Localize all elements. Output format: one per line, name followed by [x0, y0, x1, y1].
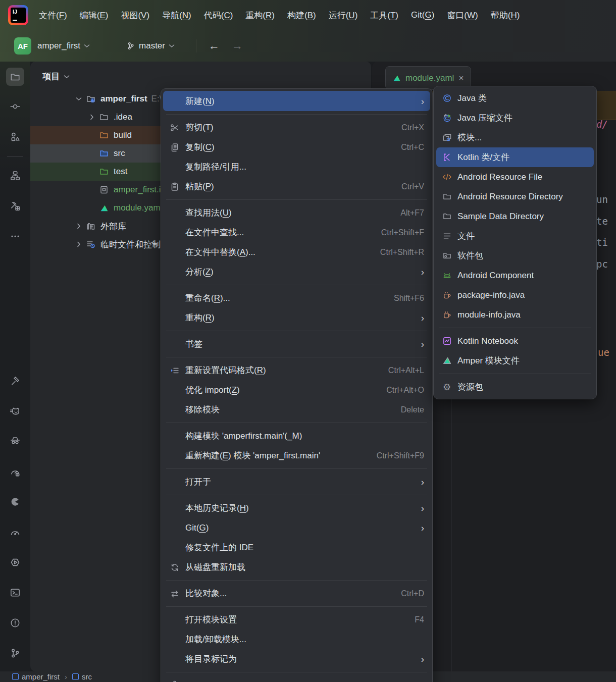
- services-button[interactable]: [6, 553, 24, 571]
- menu-code[interactable]: 代码(C): [203, 8, 234, 23]
- menu-item-compare-with[interactable]: 比较对象...Ctrl+D: [161, 584, 432, 603]
- submenu-item-package-info[interactable]: package-info.java: [434, 285, 596, 305]
- window-chrome: IJ 文件(F) 编辑(E) 视图(V) 导航(N) 代码(C) 重构(R) 构…: [0, 0, 616, 62]
- incognito-button[interactable]: [6, 432, 24, 450]
- menu-window[interactable]: 窗口(W): [446, 8, 479, 23]
- menu-item-open-module-settings[interactable]: 打开模块设置F4: [161, 610, 432, 629]
- submenu-item-module-info[interactable]: module-info.java: [434, 305, 596, 325]
- vcs-branch-selector[interactable]: master: [126, 41, 175, 51]
- toolbar-divider: [196, 39, 196, 53]
- submenu-item-kotlin-class-file[interactable]: Kotlin 类/文件: [436, 147, 594, 167]
- project-badge[interactable]: AF: [14, 37, 31, 55]
- coffee-cup-icon: [441, 290, 453, 300]
- commit-toolwindow-button[interactable]: [6, 97, 24, 116]
- submenu-item-resource-bundle[interactable]: ⚙ 资源包: [434, 377, 596, 397]
- pull-requests-toolwindow-button[interactable]: [6, 128, 24, 146]
- menu-item-paste[interactable]: 粘贴(P)Ctrl+V: [161, 177, 432, 196]
- menu-item-reformat-code[interactable]: 重新设置代码格式(R)Ctrl+Alt+L: [161, 360, 432, 380]
- submenu-item-sample-data-directory[interactable]: Sample Data Directory: [434, 206, 596, 226]
- menu-build[interactable]: 构建(B): [286, 8, 317, 23]
- menu-refactor[interactable]: 重构(R): [244, 8, 276, 23]
- menu-item-remove-module[interactable]: 移除模块Delete: [161, 400, 432, 419]
- menu-item-copy[interactable]: 复制(C)Ctrl+C: [161, 137, 432, 157]
- menu-item-local-history[interactable]: 本地历史记录(H)›: [161, 498, 432, 518]
- menu-item-rename[interactable]: 重命名(R)...Shift+F6: [161, 288, 432, 308]
- menu-item-open-in[interactable]: 打开于›: [161, 472, 432, 492]
- menu-item-copy-path[interactable]: 复制路径/引用...: [161, 157, 432, 177]
- intellij-logo-icon: IJ: [8, 5, 28, 25]
- project-panel-header[interactable]: 项目: [42, 71, 70, 82]
- project-selector[interactable]: amper_first: [37, 41, 90, 51]
- menu-edit[interactable]: 编辑(E): [79, 8, 110, 23]
- submenu-item-android-component[interactable]: Android Component: [434, 266, 596, 285]
- submenu-item-module[interactable]: 模块...: [434, 128, 596, 147]
- code-fragment: te: [596, 216, 608, 227]
- close-tab-icon[interactable]: ×: [458, 73, 464, 83]
- profiler-button[interactable]: [6, 523, 24, 541]
- submenu-item-file[interactable]: 文件: [434, 226, 596, 246]
- submenu-item-android-resource-directory[interactable]: Android Resource Directory: [434, 187, 596, 206]
- submenu-item-java-class[interactable]: Java 类: [434, 88, 596, 108]
- git-toolwindow-button[interactable]: [6, 644, 24, 662]
- menu-item-cut[interactable]: 剪切(T)Ctrl+X: [161, 118, 432, 137]
- menu-file[interactable]: 文件(F): [38, 8, 68, 23]
- navigate-back-button[interactable]: ←: [209, 39, 220, 53]
- git-branch-icon: [126, 41, 135, 50]
- navigate-forward-button[interactable]: →: [232, 39, 243, 53]
- menu-view[interactable]: 视图(V): [120, 8, 150, 23]
- submenu-item-package[interactable]: 软件包: [434, 246, 596, 266]
- terminal-icon: [10, 587, 21, 598]
- chevron-collapsed-icon[interactable]: [86, 115, 98, 119]
- submenu-item-kotlin-notebook[interactable]: Kotlin Notebook: [434, 331, 596, 351]
- submenu-item-java-scratch[interactable]: Java 压缩文件: [434, 108, 596, 128]
- build-hammer-button[interactable]: [6, 372, 24, 390]
- submenu-item-android-resource-file[interactable]: Android Resource File: [434, 167, 596, 187]
- profiler-snapshot-button[interactable]: [6, 463, 24, 481]
- amper-icon: [98, 204, 110, 213]
- menu-navigate[interactable]: 导航(N): [161, 8, 192, 23]
- menu-run[interactable]: 运行(U): [328, 8, 359, 23]
- menu-item-git[interactable]: Git(G)›: [161, 518, 432, 538]
- structure-icon: [10, 170, 21, 181]
- menu-item-build-module[interactable]: 构建模块 'amperfirst.main'(_M): [161, 426, 432, 446]
- menu-item-repair-ide[interactable]: 修复文件上的 IDE: [161, 538, 432, 557]
- menu-item-analyze[interactable]: 分析(Z)›: [161, 262, 432, 282]
- structure-toolwindow-button[interactable]: [6, 167, 24, 185]
- menu-item-new[interactable]: 新建(N)›: [163, 91, 430, 111]
- android-icon: [441, 271, 453, 280]
- build-toolwindow-button[interactable]: [6, 197, 24, 215]
- menu-item-rebuild-module[interactable]: 重新构建(E) 模块 'amper_first.main'Ctrl+Shift+…: [161, 446, 432, 465]
- menu-item-find-in-files[interactable]: 在文件中查找...Ctrl+Shift+F: [161, 223, 432, 242]
- menu-item-find-usages[interactable]: 查找用法(U)Alt+F7: [161, 203, 432, 223]
- java-scratch-icon: [441, 113, 453, 123]
- menu-item-clipped[interactable]: [161, 675, 432, 682]
- menu-git[interactable]: Git(G): [410, 8, 435, 22]
- reload-icon: [168, 562, 181, 572]
- menu-item-reload-from-disk[interactable]: 从磁盘重新加载: [161, 557, 432, 577]
- menu-item-load-unload-modules[interactable]: 加载/卸载模块...: [161, 629, 432, 649]
- chevron-collapsed-icon[interactable]: [73, 224, 85, 228]
- problems-button[interactable]: [6, 614, 24, 632]
- more-toolwindows-button[interactable]: [6, 227, 24, 245]
- ellipsis-icon: [10, 231, 21, 242]
- coverage-button[interactable]: [6, 493, 24, 511]
- menu-item-replace-in-files[interactable]: 在文件中替换(A)...Ctrl+Shift+R: [161, 242, 432, 262]
- java-class-icon: [441, 93, 453, 103]
- chevron-collapsed-icon[interactable]: [73, 242, 85, 246]
- ai-cat-button[interactable]: [6, 402, 24, 421]
- project-toolwindow-button[interactable]: [6, 68, 24, 86]
- submenu-item-amper-module-file[interactable]: Amper 模块文件: [434, 351, 596, 371]
- menu-help[interactable]: 帮助(H): [490, 8, 521, 23]
- menu-item-mark-directory-as[interactable]: 将目录标记为›: [161, 649, 432, 669]
- breadcrumb-src[interactable]: src: [82, 672, 92, 681]
- menu-separator: [166, 114, 427, 115]
- breadcrumb-project[interactable]: amper_first: [22, 672, 60, 681]
- menu-item-optimize-imports[interactable]: 优化 import(Z)Ctrl+Alt+O: [161, 380, 432, 400]
- chevron-expanded-icon[interactable]: [73, 97, 85, 101]
- menu-item-bookmarks[interactable]: 书签›: [161, 334, 432, 354]
- chevron-down-icon: [84, 44, 90, 48]
- terminal-button[interactable]: [6, 584, 24, 602]
- menu-tools[interactable]: 工具(T): [369, 8, 399, 23]
- menu-item-refactor[interactable]: 重构(R)›: [161, 308, 432, 328]
- tool-window-rail: [0, 62, 30, 671]
